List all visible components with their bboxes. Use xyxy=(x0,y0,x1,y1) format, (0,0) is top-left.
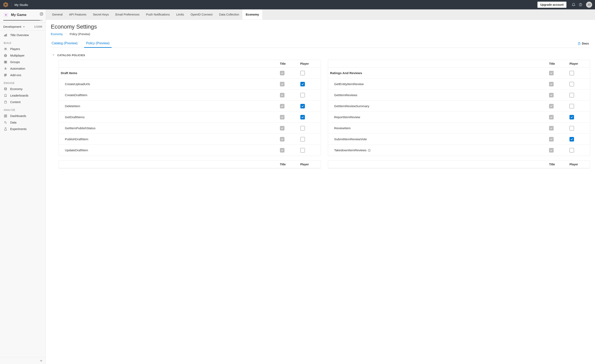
col-header-player: Player xyxy=(569,161,590,168)
dashboard-icon xyxy=(4,114,7,118)
tab-general[interactable]: General xyxy=(49,9,66,20)
tab-limits[interactable]: Limits xyxy=(173,9,187,20)
chevron-down-icon xyxy=(52,53,55,57)
usage-count: 1/100K xyxy=(34,25,42,28)
svg-rect-20 xyxy=(5,75,6,76)
topbar-divider xyxy=(11,2,12,7)
checkbox[interactable] xyxy=(300,93,305,97)
sidebar-item-content[interactable]: Content xyxy=(0,99,46,105)
col-header-player: Player xyxy=(569,60,590,67)
tab-openid-connect[interactable]: OpenID Connect xyxy=(187,9,216,20)
policy-table-right: TitlePlayerRatings And ReviewsGetEntityI… xyxy=(328,60,590,156)
policy-row: ReviewItem xyxy=(328,123,590,134)
policy-name: DeleteItem xyxy=(65,104,80,108)
sidebar-item-add-ons[interactable]: Add-ons xyxy=(0,72,46,79)
docs-link[interactable]: Docs xyxy=(578,42,590,45)
upgrade-account-button[interactable]: Upgrade account xyxy=(538,2,567,8)
sidebar-item-leaderboards[interactable]: Leaderboards xyxy=(0,92,46,99)
checkbox[interactable] xyxy=(300,137,305,142)
collapse-sidebar-button[interactable] xyxy=(0,357,46,364)
checkbox[interactable] xyxy=(300,148,305,152)
tab-secret-keys[interactable]: Secret Keys xyxy=(90,9,112,20)
chevron-down-icon xyxy=(22,25,25,28)
sidebar-item-groups[interactable]: Groups xyxy=(0,59,46,65)
policy-group-row: Draft Items xyxy=(59,68,321,79)
studio-name[interactable]: My Studio xyxy=(14,3,28,7)
tab-data-collection[interactable]: Data Collection xyxy=(216,9,242,20)
info-icon[interactable] xyxy=(368,149,371,152)
checkbox[interactable] xyxy=(300,126,305,130)
policy-name: CreateUploadUrls xyxy=(65,82,90,86)
sidebar-item-economy[interactable]: Economy xyxy=(0,86,46,92)
bar-chart-icon xyxy=(4,33,7,37)
checkbox[interactable] xyxy=(569,137,574,142)
sidebar-item-dashboards[interactable]: Dashboards xyxy=(0,113,46,119)
svg-line-27 xyxy=(6,123,7,124)
policy-row: GetItemReviewSummary xyxy=(328,101,590,112)
checkbox[interactable] xyxy=(300,71,305,75)
col-header-title: Title xyxy=(549,161,569,168)
svg-point-26 xyxy=(5,121,6,123)
sidebar-section-build: BUILD xyxy=(0,38,46,46)
environment-dropdown[interactable]: Development xyxy=(3,25,25,28)
checkbox xyxy=(549,137,553,142)
svg-rect-19 xyxy=(6,74,7,75)
sidebar-item-title-overview[interactable]: Title Overview xyxy=(0,32,46,38)
checkbox[interactable] xyxy=(569,82,574,86)
policy-name: TakedownItemReviews xyxy=(334,148,367,152)
sidebar-item-multiplayer[interactable]: Multiplayer xyxy=(0,52,46,59)
sidebar-item-label: Leaderboards xyxy=(10,94,28,97)
checkbox[interactable] xyxy=(300,104,305,108)
col-header-title: Title xyxy=(280,60,300,67)
checkbox[interactable] xyxy=(569,104,574,108)
beaker-icon xyxy=(4,127,7,131)
user-avatar[interactable]: JD xyxy=(586,2,592,8)
subtab-policy-preview[interactable]: Policy (Preview) xyxy=(85,39,110,48)
checkbox[interactable] xyxy=(569,148,574,152)
help-icon[interactable] xyxy=(577,1,584,8)
policy-row: GetDraftItems xyxy=(59,112,321,123)
checkbox[interactable] xyxy=(569,93,574,97)
checkbox[interactable] xyxy=(569,115,574,119)
breadcrumb-economy-link[interactable]: Economy xyxy=(51,32,63,36)
sidebar-item-data[interactable]: Data xyxy=(0,119,46,126)
sidebar-item-experiments[interactable]: Experiments xyxy=(0,126,46,132)
sidebar-item-players[interactable]: Players xyxy=(0,46,46,52)
tab-api-features[interactable]: API Features xyxy=(66,9,90,20)
game-name[interactable]: My Game xyxy=(11,13,27,17)
notifications-icon[interactable] xyxy=(570,1,577,8)
breadcrumb-current: Policy (Preview) xyxy=(70,32,90,36)
svg-rect-23 xyxy=(6,115,7,115)
catalog-policies-section-header[interactable]: CATALOG POLICIES xyxy=(51,53,590,57)
policy-row: CreateDraftItem xyxy=(59,90,321,101)
checkbox xyxy=(280,71,284,75)
checkbox[interactable] xyxy=(569,126,574,130)
tab-push-notifications[interactable]: Push Notifications xyxy=(143,9,173,20)
svg-rect-16 xyxy=(6,62,7,63)
checkbox[interactable] xyxy=(300,82,305,86)
sidebar-item-automation[interactable]: Automation xyxy=(0,65,46,72)
tab-email-preferences[interactable]: Email Preferences xyxy=(112,9,143,20)
checkbox[interactable] xyxy=(300,115,305,119)
checkbox[interactable] xyxy=(569,71,574,75)
policy-group-name: Ratings And Reviews xyxy=(328,71,549,75)
policy-name: SubmitItemReviewVote xyxy=(334,137,367,141)
environment-label: Development xyxy=(3,25,21,28)
policy-row: TakedownItemReviews xyxy=(328,145,590,156)
sidebar: My Game Development 1/100K Title Overvie… xyxy=(0,9,46,364)
sidebar-item-label: Economy xyxy=(10,87,22,91)
subtab-catalog-preview[interactable]: Catalog (Preview) xyxy=(51,39,78,48)
svg-rect-3 xyxy=(5,14,7,15)
settings-tabs: GeneralAPI FeaturesSecret KeysEmail Pref… xyxy=(46,9,595,20)
checkbox xyxy=(280,93,284,97)
policy-name: UpdateDraftItem xyxy=(65,148,88,152)
settings-gear-icon[interactable] xyxy=(40,12,43,16)
breadcrumb: Economy Policy (Preview) xyxy=(51,32,590,36)
policy-row: SubmitItemReviewVote xyxy=(328,134,590,145)
policy-name: ReviewItem xyxy=(334,126,351,130)
top-bar: My Studio Upgrade account JD xyxy=(0,0,595,9)
svg-rect-7 xyxy=(6,34,7,36)
svg-rect-24 xyxy=(6,116,7,117)
policy-table-left-2: Title Player xyxy=(59,160,321,168)
tab-economy[interactable]: Economy xyxy=(242,9,262,20)
